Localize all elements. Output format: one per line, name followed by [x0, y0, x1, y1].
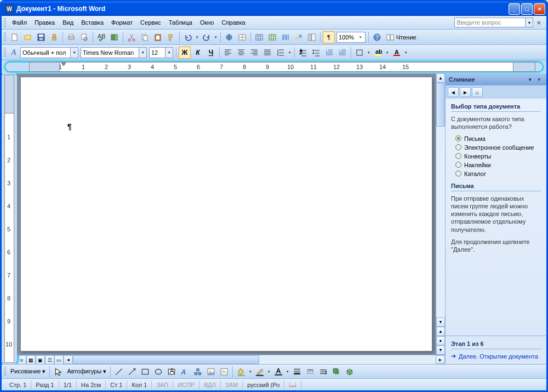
diagram-button[interactable] — [192, 366, 204, 378]
style-combo[interactable]: ▾ — [20, 47, 78, 58]
align-right-button[interactable] — [248, 47, 260, 59]
option-labels[interactable]: Наклейки — [455, 162, 541, 168]
menu-table[interactable]: Таблица — [165, 18, 196, 27]
status-spellcheck-icon[interactable]: 📖 — [284, 380, 301, 389]
redo-dropdown[interactable]: ▾ — [213, 35, 219, 39]
line-spacing-button[interactable] — [275, 47, 287, 59]
align-left-button[interactable] — [222, 47, 234, 59]
format-painter-button[interactable] — [165, 31, 177, 43]
font-color-dropdown[interactable]: ▾ — [403, 50, 409, 55]
hscroll-thumb[interactable] — [73, 355, 259, 364]
nav-back-button[interactable]: ◄ — [448, 87, 459, 97]
drawing-menu[interactable]: Рисование ▾ — [8, 368, 48, 375]
increase-indent-button[interactable] — [336, 47, 349, 59]
menu-tools[interactable]: Сервис — [136, 18, 165, 27]
autoshapes-menu[interactable]: Автофигуры ▾ — [65, 368, 109, 375]
align-center-button[interactable] — [235, 47, 247, 59]
horizontal-ruler[interactable]: 21 123 456 789 101112 131415 — [29, 62, 535, 72]
taskpane-dropdown-icon[interactable]: ▾ — [526, 76, 534, 83]
oval-button[interactable] — [152, 366, 164, 378]
permissions-button[interactable] — [48, 31, 60, 43]
fill-color-dropdown[interactable]: ▾ — [248, 370, 253, 374]
scroll-left-button[interactable]: ◄ — [64, 355, 73, 364]
spellcheck-button[interactable]: ABC — [95, 31, 107, 43]
redo-button[interactable] — [201, 31, 213, 43]
menu-insert[interactable]: Вставка — [77, 18, 107, 27]
help-button[interactable]: ? — [371, 31, 383, 43]
text-color-dropdown[interactable]: ▾ — [285, 370, 290, 374]
text-color-button[interactable]: A — [272, 366, 284, 378]
dash-style-button[interactable] — [304, 366, 316, 378]
vertical-scrollbar[interactable]: ▲ ▼ ▲ ● ▼ — [436, 73, 445, 355]
browse-next-button[interactable]: ▼ — [436, 345, 445, 355]
reading-view-button[interactable]: ▭ — [54, 355, 64, 364]
rectangle-button[interactable] — [139, 366, 151, 378]
font-color-button[interactable]: A — [391, 47, 403, 59]
hyperlink-button[interactable] — [223, 31, 235, 43]
bullets-button[interactable] — [310, 47, 322, 59]
scroll-right-button[interactable]: ► — [436, 355, 445, 364]
print-button[interactable] — [65, 31, 77, 43]
insert-excel-button[interactable] — [266, 31, 278, 43]
help-search-input[interactable] — [454, 18, 526, 27]
status-rec[interactable]: ЗАП — [152, 380, 173, 389]
size-input[interactable] — [150, 48, 165, 58]
nav-home-button[interactable]: ⌂ — [472, 87, 483, 97]
highlight-button[interactable]: ab — [372, 47, 384, 59]
document-page[interactable]: ¶ — [20, 77, 432, 351]
font-input[interactable] — [81, 48, 139, 58]
document-map-button[interactable] — [306, 31, 318, 43]
print-view-button[interactable]: ▣ — [36, 355, 45, 364]
bold-button[interactable]: Ж — [179, 47, 191, 59]
nav-forward-button[interactable]: ► — [460, 87, 471, 97]
normal-view-button[interactable]: ≡ — [17, 355, 26, 364]
menu-file[interactable]: Файл — [8, 18, 31, 27]
insert-table-button[interactable] — [253, 31, 265, 43]
undo-dropdown[interactable]: ▾ — [195, 35, 200, 39]
decrease-indent-button[interactable] — [323, 47, 335, 59]
zoom-combo[interactable]: ▾ — [336, 32, 366, 43]
status-trk[interactable]: ИСПР — [173, 380, 199, 389]
option-envelopes[interactable]: Конверты — [455, 153, 541, 160]
highlight-dropdown[interactable]: ▾ — [385, 50, 390, 55]
menubar-close-icon[interactable]: × — [533, 19, 544, 27]
menu-window[interactable]: Окно — [196, 18, 218, 27]
3d-button[interactable] — [344, 366, 356, 378]
option-letters[interactable]: Письма — [455, 135, 541, 142]
tables-borders-button[interactable] — [236, 31, 248, 43]
columns-button[interactable] — [279, 31, 292, 43]
status-ext[interactable]: ВДЛ — [199, 380, 221, 389]
shadow-button[interactable] — [330, 366, 342, 378]
borders-button[interactable] — [353, 47, 366, 59]
new-document-button[interactable] — [9, 31, 21, 43]
paste-button[interactable] — [152, 31, 164, 43]
menu-format[interactable]: Формат — [107, 18, 136, 27]
arrow-style-button[interactable] — [317, 366, 329, 378]
status-language[interactable]: русский (Ро — [243, 380, 284, 389]
minimize-button[interactable]: _ — [509, 3, 520, 15]
browse-prev-button[interactable]: ▲ — [436, 327, 445, 336]
browse-object-button[interactable]: ● — [436, 336, 445, 345]
clipart-button[interactable] — [205, 366, 217, 378]
next-step-link[interactable]: ➔Далее. Открытие документа — [451, 353, 541, 360]
line-color-button[interactable] — [254, 366, 266, 378]
size-combo[interactable]: ▾ — [149, 47, 173, 58]
show-formatting-button[interactable]: ¶ — [323, 31, 335, 43]
menu-edit[interactable]: Правка — [31, 18, 59, 27]
align-justify-button[interactable] — [261, 47, 273, 59]
styles-pane-icon[interactable]: A — [8, 47, 19, 58]
vertical-ruler[interactable]: 12345678910 — [4, 75, 14, 363]
select-objects-button[interactable] — [52, 366, 64, 378]
print-preview-button[interactable] — [78, 31, 90, 43]
textbox-button[interactable]: A — [165, 366, 178, 378]
horizontal-scrollbar[interactable]: ◄ ► — [64, 355, 445, 364]
reading-layout-button[interactable]: Чтение — [384, 33, 419, 42]
scroll-up-button[interactable]: ▲ — [436, 73, 445, 83]
line-style-button[interactable] — [291, 366, 303, 378]
copy-button[interactable] — [139, 31, 151, 43]
outline-view-button[interactable]: ☰ — [45, 355, 54, 364]
italic-button[interactable]: К — [192, 47, 204, 59]
numbering-button[interactable]: 12 — [297, 47, 309, 59]
menu-view[interactable]: Вид — [59, 18, 77, 27]
font-combo[interactable]: ▾ — [81, 47, 147, 58]
